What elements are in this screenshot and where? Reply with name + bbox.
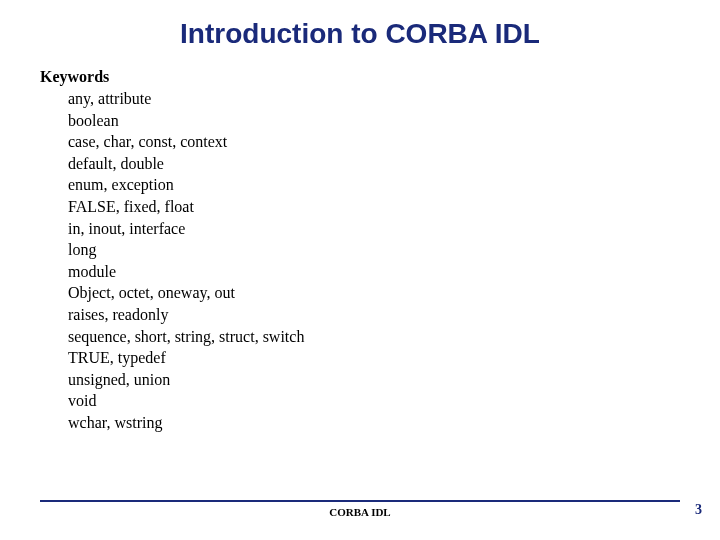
section-label: Keywords	[40, 68, 680, 86]
page-number: 3	[695, 502, 702, 518]
keyword-line: wchar, wstring	[68, 412, 680, 434]
footer: CORBA IDL	[40, 500, 680, 518]
keyword-line: case, char, const, context	[68, 131, 680, 153]
keyword-line: boolean	[68, 110, 680, 132]
keyword-line: TRUE, typedef	[68, 347, 680, 369]
keyword-list: any, attribute boolean case, char, const…	[40, 88, 680, 434]
footer-label: CORBA IDL	[40, 506, 680, 518]
keyword-line: raises, readonly	[68, 304, 680, 326]
keyword-line: default, double	[68, 153, 680, 175]
keyword-line: enum, exception	[68, 174, 680, 196]
footer-divider	[40, 500, 680, 502]
keyword-line: unsigned, union	[68, 369, 680, 391]
keyword-line: module	[68, 261, 680, 283]
keyword-line: in, inout, interface	[68, 218, 680, 240]
keyword-line: FALSE, fixed, float	[68, 196, 680, 218]
keyword-line: sequence, short, string, struct, switch	[68, 326, 680, 348]
keyword-line: long	[68, 239, 680, 261]
slide: Introduction to CORBA IDL Keywords any, …	[0, 0, 720, 540]
keyword-line: Object, octet, oneway, out	[68, 282, 680, 304]
content-block: Keywords any, attribute boolean case, ch…	[40, 68, 680, 434]
keyword-line: any, attribute	[68, 88, 680, 110]
slide-title: Introduction to CORBA IDL	[40, 18, 680, 50]
keyword-line: void	[68, 390, 680, 412]
